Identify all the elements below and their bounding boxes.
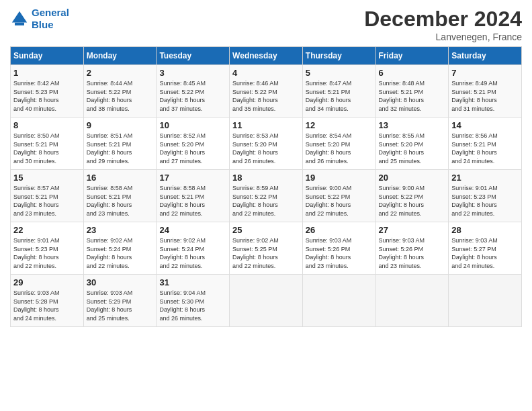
calendar-cell: 24Sunrise: 9:02 AM Sunset: 5:24 PM Dayli…	[157, 222, 230, 275]
svg-rect-1	[15, 23, 24, 26]
day-number: 27	[379, 225, 446, 235]
day-number: 20	[379, 173, 446, 183]
calendar-table: Sunday Monday Tuesday Wednesday Thursday…	[10, 46, 522, 327]
day-number: 14	[451, 120, 519, 130]
day-number: 30	[87, 277, 154, 287]
calendar-cell: 10Sunrise: 8:52 AM Sunset: 5:20 PM Dayli…	[157, 118, 230, 170]
calendar-cell: 4Sunrise: 8:46 AM Sunset: 5:22 PM Daylig…	[230, 65, 303, 118]
calendar-cell: 23Sunrise: 9:02 AM Sunset: 5:24 PM Dayli…	[83, 222, 157, 275]
day-content: Sunrise: 9:01 AM Sunset: 5:23 PM Dayligh…	[451, 184, 519, 218]
calendar-cell	[375, 275, 449, 327]
calendar-cell: 18Sunrise: 8:59 AM Sunset: 5:22 PM Dayli…	[230, 170, 303, 222]
calendar-cell: 5Sunrise: 8:47 AM Sunset: 5:21 PM Daylig…	[302, 65, 375, 118]
day-content: Sunrise: 8:56 AM Sunset: 5:21 PM Dayligh…	[451, 132, 519, 165]
day-number: 23	[87, 225, 154, 235]
calendar-cell: 22Sunrise: 9:01 AM Sunset: 5:23 PM Dayli…	[11, 222, 84, 275]
col-tuesday: Tuesday	[157, 47, 230, 65]
day-number: 10	[159, 120, 226, 130]
calendar-cell	[449, 275, 522, 327]
day-content: Sunrise: 8:50 AM Sunset: 5:21 PM Dayligh…	[13, 132, 81, 165]
day-content: Sunrise: 8:58 AM Sunset: 5:21 PM Dayligh…	[87, 184, 154, 218]
day-number: 6	[379, 68, 446, 78]
day-content: Sunrise: 8:49 AM Sunset: 5:21 PM Dayligh…	[451, 79, 519, 113]
day-number: 3	[159, 68, 226, 78]
calendar-cell: 11Sunrise: 8:53 AM Sunset: 5:20 PM Dayli…	[230, 118, 303, 170]
day-number: 26	[306, 225, 373, 235]
calendar-cell: 6Sunrise: 8:48 AM Sunset: 5:21 PM Daylig…	[375, 65, 449, 118]
day-number: 15	[13, 173, 81, 183]
calendar-cell: 17Sunrise: 8:58 AM Sunset: 5:21 PM Dayli…	[157, 170, 230, 222]
calendar-week-3: 15Sunrise: 8:57 AM Sunset: 5:21 PM Dayli…	[11, 170, 522, 222]
calendar-cell: 16Sunrise: 8:58 AM Sunset: 5:21 PM Dayli…	[83, 170, 157, 222]
day-content: Sunrise: 8:48 AM Sunset: 5:21 PM Dayligh…	[379, 79, 446, 113]
calendar-cell: 14Sunrise: 8:56 AM Sunset: 5:21 PM Dayli…	[449, 118, 522, 170]
day-number: 29	[13, 277, 81, 287]
calendar-cell: 12Sunrise: 8:54 AM Sunset: 5:20 PM Dayli…	[302, 118, 375, 170]
svg-marker-0	[12, 11, 27, 23]
calendar-cell: 13Sunrise: 8:55 AM Sunset: 5:20 PM Dayli…	[375, 118, 449, 170]
calendar-cell	[302, 275, 375, 327]
day-content: Sunrise: 9:01 AM Sunset: 5:23 PM Dayligh…	[13, 236, 81, 270]
day-content: Sunrise: 8:47 AM Sunset: 5:21 PM Dayligh…	[306, 79, 373, 113]
calendar-cell: 27Sunrise: 9:03 AM Sunset: 5:26 PM Dayli…	[375, 222, 449, 275]
day-number: 21	[451, 173, 519, 183]
day-content: Sunrise: 8:46 AM Sunset: 5:22 PM Dayligh…	[232, 79, 300, 113]
title-block: December 2024 Lanvenegen, France	[364, 7, 522, 42]
day-number: 19	[306, 173, 373, 183]
day-number: 24	[159, 225, 226, 235]
day-content: Sunrise: 9:00 AM Sunset: 5:22 PM Dayligh…	[306, 184, 373, 218]
location: Lanvenegen, France	[364, 32, 522, 42]
day-content: Sunrise: 8:52 AM Sunset: 5:20 PM Dayligh…	[159, 132, 226, 165]
day-number: 1	[13, 68, 81, 78]
col-thursday: Thursday	[302, 47, 375, 65]
day-number: 12	[306, 120, 373, 130]
logo-line1: General	[32, 7, 69, 18]
calendar-cell: 3Sunrise: 8:45 AM Sunset: 5:22 PM Daylig…	[157, 65, 230, 118]
day-content: Sunrise: 8:54 AM Sunset: 5:20 PM Dayligh…	[306, 132, 373, 165]
day-content: Sunrise: 8:44 AM Sunset: 5:22 PM Dayligh…	[87, 79, 154, 113]
calendar-body: 1Sunrise: 8:42 AM Sunset: 5:23 PM Daylig…	[11, 65, 522, 327]
day-content: Sunrise: 9:03 AM Sunset: 5:26 PM Dayligh…	[379, 236, 446, 270]
day-content: Sunrise: 9:00 AM Sunset: 5:22 PM Dayligh…	[379, 184, 446, 218]
calendar-cell: 30Sunrise: 9:03 AM Sunset: 5:29 PM Dayli…	[83, 275, 157, 327]
calendar-cell: 1Sunrise: 8:42 AM Sunset: 5:23 PM Daylig…	[11, 65, 84, 118]
day-number: 13	[379, 120, 446, 130]
calendar-cell: 20Sunrise: 9:00 AM Sunset: 5:22 PM Dayli…	[375, 170, 449, 222]
day-content: Sunrise: 9:03 AM Sunset: 5:27 PM Dayligh…	[451, 236, 519, 270]
calendar-cell: 26Sunrise: 9:03 AM Sunset: 5:26 PM Dayli…	[302, 222, 375, 275]
day-number: 7	[451, 68, 519, 78]
day-number: 9	[87, 120, 154, 130]
day-number: 2	[87, 68, 154, 78]
day-number: 28	[451, 225, 519, 235]
calendar-cell: 25Sunrise: 9:02 AM Sunset: 5:25 PM Dayli…	[230, 222, 303, 275]
calendar-week-4: 22Sunrise: 9:01 AM Sunset: 5:23 PM Dayli…	[11, 222, 522, 275]
day-content: Sunrise: 9:02 AM Sunset: 5:24 PM Dayligh…	[159, 236, 226, 270]
day-number: 16	[87, 173, 154, 183]
day-number: 11	[232, 120, 300, 130]
calendar-cell: 8Sunrise: 8:50 AM Sunset: 5:21 PM Daylig…	[11, 118, 84, 170]
day-content: Sunrise: 8:53 AM Sunset: 5:20 PM Dayligh…	[232, 132, 300, 165]
col-sunday: Sunday	[11, 47, 84, 65]
day-content: Sunrise: 8:45 AM Sunset: 5:22 PM Dayligh…	[159, 79, 226, 113]
header-row: Sunday Monday Tuesday Wednesday Thursday…	[11, 47, 522, 65]
day-content: Sunrise: 9:02 AM Sunset: 5:25 PM Dayligh…	[232, 236, 300, 270]
col-friday: Friday	[375, 47, 449, 65]
logo-icon	[10, 9, 29, 28]
calendar-cell: 29Sunrise: 9:03 AM Sunset: 5:28 PM Dayli…	[11, 275, 84, 327]
day-number: 17	[159, 173, 226, 183]
calendar-cell: 19Sunrise: 9:00 AM Sunset: 5:22 PM Dayli…	[302, 170, 375, 222]
calendar-cell: 2Sunrise: 8:44 AM Sunset: 5:22 PM Daylig…	[83, 65, 157, 118]
logo-text: General Blue	[32, 7, 69, 31]
calendar-cell: 21Sunrise: 9:01 AM Sunset: 5:23 PM Dayli…	[449, 170, 522, 222]
day-number: 22	[13, 225, 81, 235]
calendar-cell: 7Sunrise: 8:49 AM Sunset: 5:21 PM Daylig…	[449, 65, 522, 118]
day-content: Sunrise: 9:02 AM Sunset: 5:24 PM Dayligh…	[87, 236, 154, 270]
calendar-cell: 31Sunrise: 9:04 AM Sunset: 5:30 PM Dayli…	[157, 275, 230, 327]
calendar-cell	[230, 275, 303, 327]
day-number: 18	[232, 173, 300, 183]
day-content: Sunrise: 9:03 AM Sunset: 5:28 PM Dayligh…	[13, 289, 81, 322]
page-container: General Blue December 2024 Lanvenegen, F…	[0, 0, 532, 334]
col-wednesday: Wednesday	[230, 47, 303, 65]
day-content: Sunrise: 8:58 AM Sunset: 5:21 PM Dayligh…	[159, 184, 226, 218]
col-monday: Monday	[83, 47, 157, 65]
